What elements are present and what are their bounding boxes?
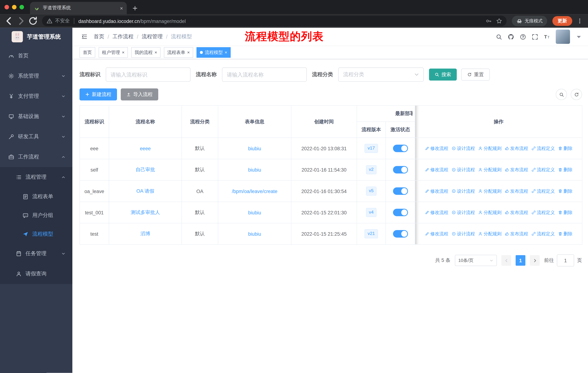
next-page-button[interactable] — [530, 255, 539, 266]
filter-name-input[interactable] — [222, 67, 307, 81]
search-button[interactable]: 搜索 — [429, 69, 457, 81]
github-icon[interactable] — [508, 33, 514, 40]
tag-close-icon[interactable]: × — [122, 50, 125, 55]
action-delete[interactable]: 删除 — [558, 167, 572, 173]
form-link[interactable]: biubiu — [248, 231, 261, 237]
update-button[interactable]: 更新 — [552, 16, 572, 26]
version-badge[interactable]: v2 — [366, 165, 377, 174]
tab-close-icon[interactable]: × — [120, 5, 123, 11]
action-edit[interactable]: 修改流程 — [425, 231, 448, 237]
browser-menu-icon[interactable] — [577, 18, 583, 24]
sidebar-item-infra[interactable]: 基础设施 — [0, 106, 72, 127]
action-definition[interactable]: 流程定义 — [531, 209, 555, 216]
action-delete[interactable]: 删除 — [558, 145, 572, 151]
sidebar-item-system[interactable]: 系统管理 — [0, 66, 72, 86]
sidebar-item-workflow[interactable]: 工作流程 — [0, 147, 72, 167]
action-assign[interactable]: 分配规则 — [478, 167, 502, 173]
sidebar-item-process-form[interactable]: 流程表单 — [0, 187, 72, 206]
sidebar-item-devtools[interactable]: 研发工具 — [0, 127, 72, 147]
font-size-icon[interactable]: TT — [544, 33, 550, 40]
action-definition[interactable]: 流程定义 — [531, 145, 555, 151]
action-publish[interactable]: 发布流程 — [504, 209, 528, 216]
action-design[interactable]: 设计流程 — [451, 209, 475, 216]
tag-close-icon[interactable]: × — [225, 50, 227, 55]
page-number-1[interactable]: 1 — [516, 255, 525, 266]
back-button[interactable] — [4, 16, 14, 26]
reset-button[interactable]: 重置 — [461, 69, 490, 81]
breadcrumb-process-mgmt[interactable]: 流程管理 — [142, 33, 163, 40]
action-assign[interactable]: 分配规则 — [478, 145, 502, 151]
new-tab-button[interactable] — [132, 5, 138, 11]
version-badge[interactable]: v4 — [366, 208, 377, 217]
process-name-link[interactable]: OA 请假 — [136, 188, 154, 194]
form-link[interactable]: biubiu — [248, 167, 261, 173]
close-window-button[interactable] — [5, 5, 9, 10]
action-assign[interactable]: 分配规则 — [478, 231, 502, 237]
action-publish[interactable]: 发布流程 — [504, 167, 528, 173]
fullscreen-icon[interactable] — [532, 33, 538, 40]
create-process-button[interactable]: 新建流程 — [79, 89, 117, 101]
action-definition[interactable]: 流程定义 — [531, 167, 555, 173]
reload-button[interactable] — [28, 16, 38, 26]
action-delete[interactable]: 删除 — [558, 209, 572, 216]
action-assign[interactable]: 分配规则 — [478, 188, 502, 194]
warning-icon[interactable] — [46, 18, 52, 24]
minimize-window-button[interactable] — [12, 5, 17, 10]
sidebar-item-task-mgmt[interactable]: 任务管理 — [0, 243, 72, 264]
address-bar[interactable]: 不安全 dashboard.yudao.iocoder.cn/bpm/manag… — [42, 16, 506, 26]
action-definition[interactable]: 流程定义 — [531, 231, 555, 237]
action-edit[interactable]: 修改流程 — [425, 145, 448, 151]
tag-tenant[interactable]: 租户管理× — [99, 47, 128, 58]
action-design[interactable]: 设计流程 — [451, 188, 475, 194]
form-link[interactable]: biubiu — [248, 210, 261, 215]
action-delete[interactable]: 删除 — [558, 231, 572, 237]
browser-tab[interactable]: 芋道管理系统 × — [30, 2, 127, 14]
tag-my-process[interactable]: 我的流程× — [131, 47, 161, 58]
action-design[interactable]: 设计流程 — [451, 145, 475, 151]
goto-page-input[interactable] — [557, 254, 574, 266]
filter-key-input[interactable] — [106, 67, 190, 81]
active-toggle[interactable] — [393, 166, 408, 173]
sidebar-item-process-model[interactable]: 流程模型 — [0, 225, 72, 243]
bookmark-star-icon[interactable] — [496, 18, 502, 24]
forward-button[interactable] — [16, 16, 26, 26]
action-definition[interactable]: 流程定义 — [531, 188, 555, 194]
version-badge[interactable]: v21 — [365, 229, 378, 238]
tag-close-icon[interactable]: × — [187, 50, 190, 55]
action-assign[interactable]: 分配规则 — [478, 209, 502, 216]
process-name-link[interactable]: 自己审批 — [136, 167, 155, 172]
prev-page-button[interactable] — [501, 255, 511, 266]
sidebar-item-payment[interactable]: 支付管理 — [0, 86, 72, 106]
action-edit[interactable]: 修改流程 — [425, 209, 448, 216]
action-design[interactable]: 设计流程 — [451, 167, 475, 173]
sidebar-item-process-mgmt[interactable]: 流程管理 — [0, 167, 72, 187]
action-edit[interactable]: 修改流程 — [425, 167, 448, 173]
process-name-link[interactable]: eeee — [140, 146, 151, 151]
chevron-down-icon[interactable] — [576, 33, 582, 40]
action-publish[interactable]: 发布流程 — [504, 188, 528, 194]
sidebar-item-home[interactable]: 首页 — [0, 46, 72, 66]
zoom-window-button[interactable] — [20, 5, 24, 10]
import-process-button[interactable]: 导入流程 — [121, 89, 158, 101]
active-toggle[interactable] — [393, 230, 408, 238]
refresh-table-icon[interactable] — [571, 89, 582, 100]
process-name-link[interactable]: 测试多审批人 — [131, 210, 160, 215]
breadcrumb-home[interactable]: 首页 — [94, 33, 104, 40]
version-badge[interactable]: v17 — [365, 144, 378, 153]
active-toggle[interactable] — [393, 145, 408, 152]
help-icon[interactable] — [520, 33, 526, 40]
sidebar-collapse-icon[interactable] — [81, 34, 87, 40]
key-icon[interactable] — [486, 18, 492, 24]
sidebar-item-leave-query[interactable]: 请假查询 — [0, 264, 72, 284]
form-link[interactable]: biubiu — [248, 146, 261, 151]
active-toggle[interactable] — [393, 209, 408, 216]
action-publish[interactable]: 发布流程 — [504, 231, 528, 237]
active-toggle[interactable] — [393, 187, 408, 195]
action-edit[interactable]: 修改流程 — [425, 188, 448, 194]
process-name-link[interactable]: 滔博 — [140, 231, 150, 236]
logo-row[interactable]: 芋道管理系统 — [0, 28, 72, 46]
action-design[interactable]: 设计流程 — [451, 231, 475, 237]
page-size-select[interactable]: 10条/页 — [455, 255, 497, 266]
breadcrumb-workflow[interactable]: 工作流程 — [113, 33, 133, 40]
form-link[interactable]: /bpm/oa/leave/create — [232, 188, 277, 194]
